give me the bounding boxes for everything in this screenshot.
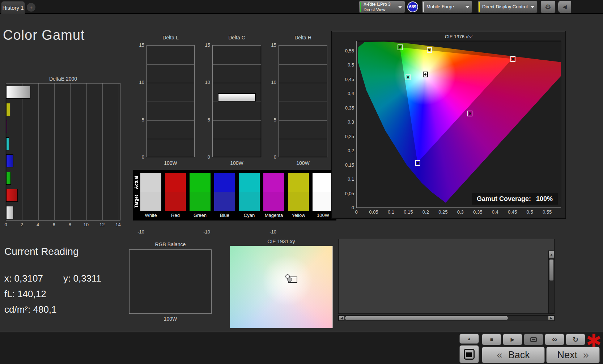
delta-ytick: 0 — [198, 154, 210, 160]
vertical-scroll-thumb[interactable] — [549, 260, 553, 281]
collapse-panel-button[interactable]: ◀ — [558, 0, 572, 13]
delta-ytick: 10 — [264, 80, 276, 85]
cie1976-xtick: 0 — [348, 209, 364, 215]
reading-y-label: y: — [63, 273, 71, 284]
delta-gridline — [279, 139, 327, 139]
row-label-actual: Actual — [134, 173, 140, 192]
deltae-xticks: 02468101214 — [6, 222, 120, 228]
collapse-left-icon: ◀ — [562, 4, 567, 10]
add-tab-button[interactable]: + — [27, 3, 35, 12]
delta-gridline — [213, 139, 261, 139]
deltae-bar-green — [6, 172, 11, 185]
pattern-window-button[interactable] — [459, 345, 479, 363]
back-button[interactable]: « Back — [482, 347, 545, 363]
cie1931-marker — [288, 277, 297, 283]
play-button[interactable]: ▶ — [503, 334, 522, 345]
deltae-bar-yellow — [6, 103, 10, 116]
cie1931-title: CIE 1931 xy — [230, 239, 333, 244]
cie1976-panel: CIE 1976 u'v' Gamut Coverage: 100% 0,550… — [331, 31, 566, 219]
swatch-actual-white — [140, 173, 161, 192]
cie1931-area — [230, 246, 333, 328]
chevron-down-icon — [398, 6, 402, 8]
cie1976-ytick: 0,35 — [340, 105, 354, 111]
swatch-actual-red — [165, 173, 186, 192]
continuous-measure-button[interactable]: ∞ — [545, 334, 564, 345]
gear-icon: ⚙ — [545, 3, 551, 11]
actual-target-swatch-panel: Actual Target WhiteRedGreenBlueCyanMagen… — [133, 170, 336, 220]
stop-button[interactable]: ■ — [482, 334, 501, 345]
deltae-chart-title: DeltaE 2000 — [6, 76, 120, 82]
swatch-target-green — [190, 192, 211, 211]
deltae-bar-magenta — [6, 120, 7, 133]
top-toolbar: History 1 + X-Rite i1Pro 3 Direct View 6… — [0, 0, 603, 14]
swatch-target-yellow — [288, 192, 309, 211]
cie1976-title: CIE 1976 u'v' — [356, 34, 561, 39]
play-icon: ▶ — [511, 337, 515, 342]
swatch-actual-100w — [313, 173, 334, 192]
settings-button[interactable]: ⚙ — [540, 0, 556, 13]
cie1976-xtick: 0,45 — [505, 209, 521, 215]
delta-chart-xlabel: 100W — [146, 160, 195, 166]
delta-gridline — [147, 139, 194, 139]
scroll-left-icon[interactable]: ◀ — [339, 316, 344, 320]
pattern-series-icon — [530, 337, 537, 342]
table-horizontal-scrollbar[interactable]: ◀ ▶ — [338, 315, 555, 321]
cie1976-ytick: 0,3 — [340, 119, 354, 125]
delta-chart-plot — [212, 45, 261, 157]
loop-icon: ↻ — [573, 335, 578, 344]
delta-chart-delta-l: Delta L151050-5-10-15100W — [132, 35, 195, 179]
source-name: Mobile Forge — [426, 4, 454, 9]
delta-ytick: 10 — [132, 80, 144, 85]
workflow-dropdown[interactable]: Direct Display Control — [477, 1, 538, 13]
delta-chart-title: Delta L — [146, 35, 195, 40]
measurement-count-badge: 689 — [407, 1, 418, 12]
swatch-label: Blue — [214, 213, 235, 218]
deltae-gridline — [38, 83, 39, 220]
deltae-gridline — [22, 83, 22, 220]
cie1976-xtick: 0,15 — [400, 209, 416, 215]
scroll-right-icon[interactable]: ▶ — [548, 316, 554, 320]
next-button[interactable]: Next » — [546, 347, 600, 363]
delta-chart-title: Delta H — [279, 35, 327, 40]
deltae-gridline — [102, 83, 103, 220]
tab-history-1[interactable]: History 1 — [1, 1, 25, 14]
back-label: Back — [508, 350, 530, 361]
reading-fl: fL: 140,12 — [4, 288, 46, 300]
deltae-xtick: 10 — [83, 222, 89, 227]
chevron-down-icon — [465, 6, 470, 8]
reading-y: y: 0,3311 — [63, 273, 101, 284]
loop-button[interactable]: ↻ — [566, 334, 585, 345]
pattern-window-up-button[interactable]: ▲ — [459, 334, 479, 344]
delta-ytick: -10 — [198, 229, 210, 235]
table-vertical-scrollbar[interactable]: ▲ — [548, 250, 554, 313]
source-dropdown[interactable]: Mobile Forge — [422, 1, 472, 13]
cie1976-ytick: 0,2 — [340, 148, 354, 153]
reading-cd-value: 480,1 — [33, 304, 56, 315]
swatch-label: Cyan — [239, 213, 260, 218]
deltae-xtick: 6 — [51, 222, 57, 227]
delta-gridline — [213, 102, 261, 102]
swatch-label: Green — [190, 213, 211, 218]
deltae-xtick: 14 — [115, 222, 122, 227]
marker-dot — [469, 112, 471, 115]
scroll-up-icon[interactable]: ▲ — [549, 251, 554, 258]
bottom-pattern-bar: ▲ ■ ▶ ∞ ↻ ✱ « Back Next » — [0, 332, 603, 364]
swatch-target-red — [165, 192, 186, 211]
cie1976-xtick: 0,25 — [435, 209, 451, 215]
cie1976-marker-magenta — [467, 111, 472, 116]
pattern-series-button[interactable] — [524, 334, 543, 345]
deltae-gridline — [70, 83, 71, 220]
delta-chart-delta-h: Delta H151050-5-10-15100W — [264, 35, 327, 179]
page-title: Color Gamut — [3, 27, 85, 43]
swatch-target-magenta — [263, 192, 284, 211]
horizontal-scroll-thumb[interactable] — [345, 316, 508, 320]
meter-dropdown[interactable]: X-Rite i1Pro 3 Direct View — [359, 1, 405, 13]
delta-ytick: 5 — [132, 117, 144, 123]
reading-x-value: 0,3107 — [14, 273, 43, 284]
workflow-status-stripe — [479, 2, 480, 12]
measurement-table: ▲ — [338, 239, 555, 314]
reading-fl-label: fL: — [4, 288, 15, 299]
cie1976-ytick: 0,4 — [340, 91, 354, 96]
reading-cd: cd/m²: 480,1 — [4, 304, 57, 315]
delta-chart-title: Delta C — [212, 35, 261, 40]
